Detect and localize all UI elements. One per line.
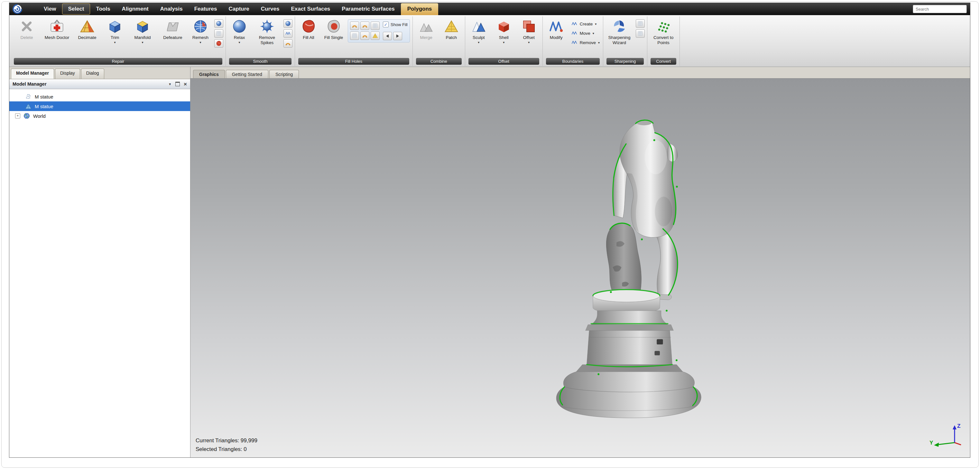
ribbon-group-offset: Sculpt ▾ Shell ▾ Offset ▾ Offset (465, 16, 543, 66)
defeature-button[interactable]: Defeature (158, 18, 188, 41)
chevron-down-icon: ▾ (503, 41, 504, 44)
tab-model-manager[interactable]: Model Manager (11, 69, 54, 79)
tab-scripting[interactable]: Scripting (269, 70, 299, 78)
fill-all-button[interactable]: Fill All (296, 18, 321, 41)
smooth-extra-button-2[interactable] (283, 29, 293, 38)
offset-icon (522, 19, 536, 34)
manifold-button[interactable]: Manifold ▾ (128, 18, 158, 45)
trim-button[interactable]: Trim ▾ (103, 18, 127, 45)
chevron-down-icon: ▾ (598, 41, 600, 45)
menu-select[interactable]: Select (62, 3, 90, 14)
tab-getting-started[interactable]: Getting Started (226, 70, 268, 78)
modify-boundary-button[interactable]: Modify (544, 18, 568, 41)
grid-icon (637, 21, 643, 26)
chevron-down-icon: ▾ (595, 22, 597, 26)
tree-item-world[interactable]: + World (10, 111, 190, 121)
sculpt-icon (471, 19, 486, 34)
smooth-extra-button-3[interactable] (283, 39, 293, 48)
mesh-doctor-icon (49, 19, 64, 34)
sharpening-extra-button-1[interactable] (636, 19, 645, 28)
previous-hole-button[interactable] (383, 32, 392, 40)
menu-tools[interactable]: Tools (91, 4, 116, 14)
create-boundary-item[interactable]: Create ▾ (571, 21, 600, 27)
hole-tool-button-1[interactable] (350, 22, 359, 30)
points-object-icon (25, 93, 32, 100)
shell-icon (496, 19, 511, 34)
remove-spikes-button[interactable]: Remove Spikes (252, 18, 282, 46)
hole-tool-button-3[interactable] (371, 22, 380, 30)
smooth-extra-button-1[interactable] (283, 19, 293, 28)
decimate-icon (80, 19, 95, 34)
menu-capture[interactable]: Capture (223, 4, 255, 14)
selected-triangles-value: 0 (243, 446, 247, 452)
panel-dropdown-icon[interactable]: ▼ (168, 82, 172, 86)
patch-button[interactable]: Patch (439, 18, 464, 41)
menu-view[interactable]: View (38, 4, 62, 14)
chevron-down-icon: ▾ (199, 41, 201, 44)
group-label-fill-holes: Fill Holes (298, 58, 409, 65)
wave-icon (571, 21, 578, 27)
sculpt-button[interactable]: Sculpt ▾ (466, 18, 491, 45)
y-axis-arrow (934, 443, 939, 447)
relax-icon (232, 19, 247, 34)
hole-tool-button-4[interactable] (350, 32, 359, 40)
hole-tool-button-2[interactable] (360, 22, 369, 30)
convert-to-points-icon (656, 19, 671, 34)
manifold-icon (135, 19, 150, 34)
fill-holes-options: ✓ Show Fill (348, 19, 410, 43)
remesh-button[interactable]: Remesh ▾ (188, 18, 213, 45)
panel-close-icon[interactable]: × (184, 81, 187, 87)
tab-dialog[interactable]: Dialog (81, 69, 104, 79)
menu-exact-surfaces[interactable]: Exact Surfaces (285, 4, 336, 14)
patch-icon (372, 33, 378, 38)
wave-icon (285, 30, 291, 37)
relax-button[interactable]: Relax ▾ (227, 18, 251, 45)
menu-curves[interactable]: Curves (255, 4, 285, 14)
search-input[interactable] (913, 5, 967, 13)
panel-float-icon[interactable] (175, 82, 180, 86)
next-hole-button[interactable] (393, 32, 402, 40)
menu-alignment[interactable]: Alignment (116, 4, 154, 14)
expander-icon[interactable]: + (15, 113, 20, 118)
shell-button[interactable]: Shell ▾ (492, 18, 516, 45)
repair-extra-button-1[interactable] (214, 19, 223, 28)
tab-graphics[interactable]: Graphics (193, 70, 225, 78)
tree-item-statue-points[interactable]: M statue (10, 92, 190, 101)
chevron-down-icon: ▾ (528, 41, 530, 44)
current-triangles-label: Current Triangles: (196, 437, 239, 443)
delete-button[interactable]: Delete (12, 18, 41, 41)
polygon-object-icon (25, 103, 32, 110)
delete-icon (19, 19, 34, 34)
group-label-sharpening: Sharpening (606, 58, 644, 65)
chevron-down-icon: ▾ (239, 41, 240, 44)
menu-features[interactable]: Features (189, 4, 223, 14)
repair-extra-button-3[interactable] (214, 39, 223, 48)
menu-polygons-active-tab[interactable]: Polygons (401, 3, 439, 15)
app-logo-icon[interactable] (13, 4, 22, 14)
fill-single-button[interactable]: Fill Single (321, 18, 346, 41)
show-fill-label: Show Fill (391, 22, 408, 27)
remove-boundary-item[interactable]: Remove ▾ (571, 39, 600, 46)
chevron-down-icon: ▾ (142, 41, 143, 44)
menu-parametric-surfaces[interactable]: Parametric Surfaces (336, 4, 400, 14)
hole-tool-button-5[interactable] (360, 32, 369, 40)
sharpening-extra-button-2[interactable] (636, 29, 645, 38)
arc-icon (285, 41, 291, 46)
mesh-doctor-button[interactable]: Mesh Doctor (42, 18, 72, 41)
ribbon-group-smooth: Relax ▾ Remove Spikes Smooth (226, 16, 295, 66)
tab-display[interactable]: Display (55, 69, 80, 79)
hole-tool-button-6[interactable] (371, 32, 380, 40)
decimate-button[interactable]: Decimate (72, 18, 102, 41)
tree-item-statue-polygons[interactable]: M statue (10, 101, 190, 111)
show-fill-checkbox[interactable]: ✓ Show Fill (383, 22, 408, 27)
merge-button[interactable]: Merge (414, 18, 439, 41)
group-label-repair: Repair (14, 58, 222, 65)
viewport-3d[interactable]: Current Triangles: 99,999 Selected Trian… (191, 78, 970, 458)
offset-button[interactable]: Offset ▾ (517, 18, 541, 45)
model-tree: M statue M statue + World (10, 89, 190, 458)
convert-to-points-button[interactable]: Convert to Points (649, 18, 678, 46)
menu-analysis[interactable]: Analysis (155, 4, 188, 14)
sharpening-wizard-button[interactable]: Sharpening Wizard (605, 18, 634, 46)
repair-extra-button-2[interactable] (214, 29, 223, 38)
move-boundary-item[interactable]: Move ▾ (571, 30, 600, 37)
